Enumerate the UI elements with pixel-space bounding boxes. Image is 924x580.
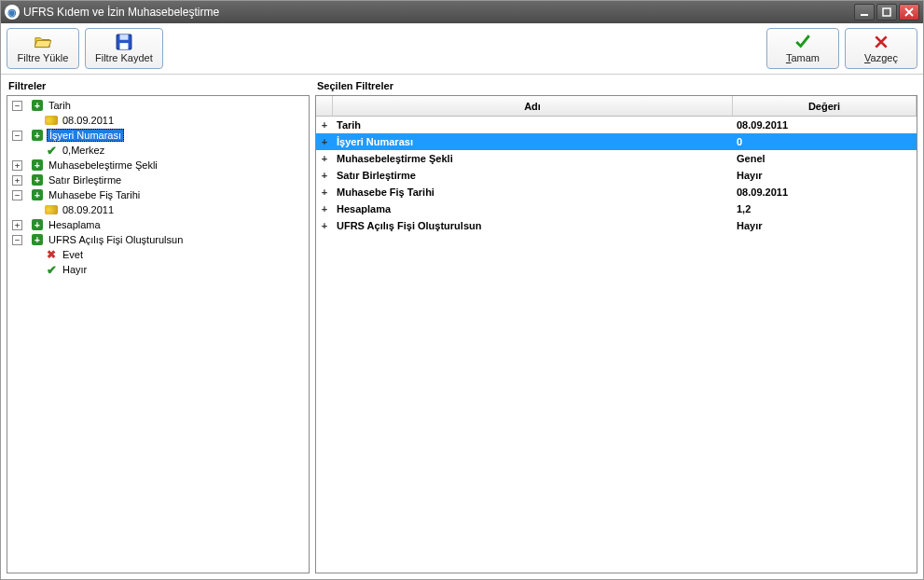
row-expand-icon[interactable]: + <box>316 203 333 214</box>
key-icon <box>45 114 58 127</box>
ok-button[interactable]: Tamam <box>766 28 839 69</box>
selected-filters-heading: Seçilen Filtreler <box>315 78 917 93</box>
grid-cell-name: Hesaplama <box>333 203 733 214</box>
tree-node-isyeri[interactable]: − + İşyeri Numarası <box>9 128 307 143</box>
grid-cell-value: 1,2 <box>733 203 917 214</box>
filters-tree[interactable]: − + Tarih 08.09.2011 − + İşyeri Numarası… <box>7 95 310 573</box>
cancel-icon <box>873 34 890 50</box>
tree-node-tarih[interactable]: − + Tarih <box>9 98 307 113</box>
grid-cell-value: 0 <box>733 136 917 147</box>
row-expand-icon[interactable]: + <box>316 220 333 231</box>
maximize-button[interactable] <box>876 4 897 21</box>
grid-header-name[interactable]: Adı <box>333 96 733 116</box>
cross-icon: ✖ <box>45 248 58 261</box>
plus-icon: + <box>31 233 44 246</box>
filter-save-button[interactable]: Filtre Kaydet <box>85 28 163 69</box>
tree-node-hesaplama[interactable]: + + Hesaplama <box>9 217 307 232</box>
grid-header-expander <box>316 96 333 116</box>
grid-body: +Tarih08.09.2011+İşyeri Numarası0+Muhase… <box>316 117 917 573</box>
tree-node-ufrs-acilis[interactable]: − + UFRS Açılış Fişi Oluşturulsun <box>9 232 307 247</box>
tree-node-muhasebe-sekli[interactable]: + + Muhasebeleştirme Şekli <box>9 158 307 173</box>
grid-row[interactable]: +Tarih08.09.2011 <box>316 117 917 133</box>
app-icon: ◉ <box>5 5 20 20</box>
grid-cell-value: Hayır <box>733 220 917 231</box>
tree-node-fis-tarihi-value[interactable]: 08.09.2011 <box>9 202 307 217</box>
grid-cell-name: Tarih <box>333 119 733 131</box>
grid-cell-value: 08.09.2011 <box>733 186 917 198</box>
check-icon: ✔ <box>45 144 58 157</box>
tree-node-fis-tarihi[interactable]: − + Muhasebe Fiş Tarihi <box>9 187 307 202</box>
grid-row[interactable]: +Muhasebeleştirme ŞekliGenel <box>316 150 917 167</box>
grid-cell-name: Muhasebeleştirme Şekli <box>333 153 733 164</box>
svg-rect-0 <box>861 14 868 16</box>
grid-row[interactable]: +UFRS Açılış Fişi OluşturulsunHayır <box>316 217 917 234</box>
plus-icon: + <box>31 218 44 231</box>
ok-button-label: Tamam <box>786 52 820 63</box>
grid-cell-name: Muhasebe Fiş Tarihi <box>333 186 733 198</box>
expand-icon[interactable]: + <box>12 175 22 186</box>
tree-label-selected: İşyeri Numarası <box>47 129 124 142</box>
plus-icon: + <box>31 173 44 186</box>
plus-icon: + <box>31 159 44 172</box>
filters-panel: Filtreler − + Tarih 08.09.2011 − + İşyer… <box>7 78 310 573</box>
cancel-button[interactable]: Vazgeç <box>845 28 917 69</box>
grid-cell-value: Genel <box>733 153 917 164</box>
grid-header: Adı Değeri <box>316 96 917 117</box>
collapse-icon[interactable]: − <box>12 131 22 141</box>
tree-node-ufrs-evet[interactable]: ✖ Evet <box>9 247 307 262</box>
svg-rect-4 <box>119 43 128 49</box>
cancel-button-label: Vazgeç <box>864 52 898 63</box>
filter-load-button[interactable]: Filtre Yükle <box>7 28 79 69</box>
grid-row[interactable]: +İşyeri Numarası0 <box>316 133 917 150</box>
plus-icon: + <box>31 129 44 142</box>
tree-node-isyeri-value[interactable]: ✔ 0,Merkez <box>9 143 307 158</box>
row-expand-icon[interactable]: + <box>316 186 333 198</box>
check-icon <box>794 34 811 50</box>
tree-node-tarih-value[interactable]: 08.09.2011 <box>9 113 307 128</box>
save-icon <box>116 34 132 50</box>
titlebar: ◉ UFRS Kıdem ve İzin Muhasebeleştirme <box>1 1 923 23</box>
selected-filters-panel: Seçilen Filtreler Adı Değeri +Tarih08.09… <box>315 78 917 573</box>
grid-row[interactable]: +Muhasebe Fiş Tarihi08.09.2011 <box>316 184 917 200</box>
expand-icon[interactable]: + <box>12 220 22 230</box>
grid-header-value[interactable]: Değeri <box>733 96 917 116</box>
row-expand-icon[interactable]: + <box>316 136 333 147</box>
check-icon: ✔ <box>45 263 58 276</box>
filters-heading: Filtreler <box>7 78 310 93</box>
collapse-icon[interactable]: − <box>12 101 22 111</box>
folder-open-icon <box>34 34 51 50</box>
grid-cell-value: Hayır <box>733 170 917 181</box>
grid-cell-name: Satır Birleştirme <box>333 170 733 181</box>
key-icon <box>45 203 58 216</box>
svg-rect-1 <box>883 8 890 16</box>
grid-cell-name: UFRS Açılış Fişi Oluşturulsun <box>333 220 733 231</box>
minimize-button[interactable] <box>854 4 875 21</box>
toolbar: Filtre Yükle Filtre Kaydet Tamam Vazgeç <box>1 23 923 75</box>
content-area: Filtreler − + Tarih 08.09.2011 − + İşyer… <box>1 75 923 579</box>
window-title: UFRS Kıdem ve İzin Muhasebeleştirme <box>23 6 219 19</box>
svg-rect-3 <box>119 35 128 40</box>
grid-cell-name: İşyeri Numarası <box>333 136 733 147</box>
row-expand-icon[interactable]: + <box>316 119 333 131</box>
expand-icon[interactable]: + <box>12 160 22 171</box>
plus-icon: + <box>31 188 44 201</box>
grid-cell-value: 08.09.2011 <box>733 119 917 131</box>
row-expand-icon[interactable]: + <box>316 153 333 164</box>
plus-icon: + <box>31 99 44 112</box>
collapse-icon[interactable]: − <box>12 235 22 245</box>
tree-node-satir-birlestirme[interactable]: + + Satır Birleştirme <box>9 173 307 187</box>
tree-node-ufrs-hayir[interactable]: ✔ Hayır <box>9 262 307 277</box>
filter-load-label: Filtre Yükle <box>18 52 69 63</box>
grid-row[interactable]: +Satır BirleştirmeHayır <box>316 167 917 184</box>
close-button[interactable] <box>899 4 919 21</box>
selected-filters-grid[interactable]: Adı Değeri +Tarih08.09.2011+İşyeri Numar… <box>315 95 917 573</box>
grid-row[interactable]: +Hesaplama1,2 <box>316 200 917 217</box>
row-expand-icon[interactable]: + <box>316 170 333 181</box>
filter-save-label: Filtre Kaydet <box>95 52 153 63</box>
collapse-icon[interactable]: − <box>12 190 22 200</box>
